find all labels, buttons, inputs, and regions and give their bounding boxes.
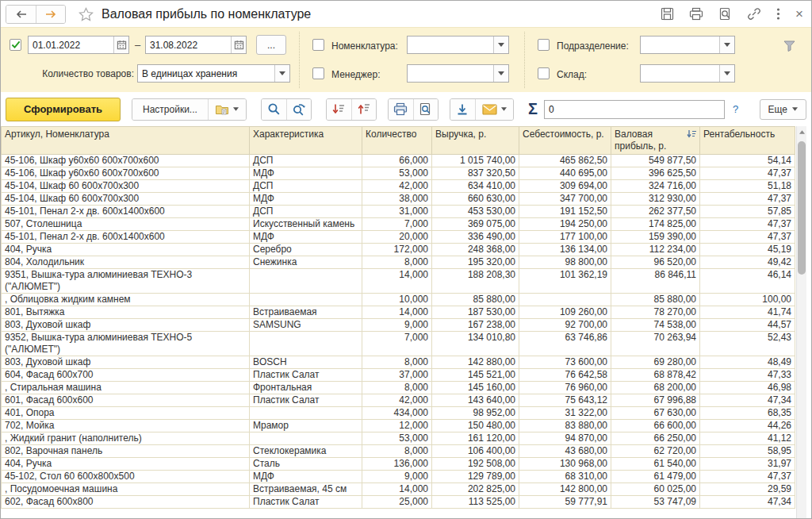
table-cell[interactable]: 96 520,00 [611,256,700,269]
warehouse-checkbox[interactable] [538,67,550,79]
table-cell[interactable]: Фронтальная [250,382,362,394]
print-preview-button[interactable] [413,99,438,120]
table-cell[interactable]: 804, Холодильник [2,256,250,269]
settings-button[interactable]: Настройки... [132,99,208,120]
link-icon[interactable] [747,7,761,21]
table-cell[interactable]: 192 508,00 [432,458,519,471]
quantity-select[interactable]: В единицах хранения [137,64,290,83]
table-cell[interactable]: 602, Фасад 600х800 [2,496,250,509]
table-cell[interactable]: МДФ [250,471,362,483]
table-cell[interactable]: 309 694,00 [519,180,611,193]
table-cell[interactable]: 129 789,00 [432,471,519,483]
table-cell[interactable]: 187 530,00 [432,306,519,319]
table-cell[interactable]: 9,000 [362,471,432,483]
table-cell[interactable]: 404, Ручка [2,244,250,256]
table-cell[interactable]: Пластик Салат [250,496,362,509]
table-cell[interactable]: 549 877,50 [611,155,700,167]
table-cell[interactable]: МДФ [250,167,362,180]
table-cell[interactable]: 68 878,42 [611,369,700,382]
table-cell[interactable]: 9352, Вышка-тура алюминиевая ТЕХНО-5 ("А… [2,332,250,356]
table-row[interactable]: 45-106, Шкаф у60х60 600х700х600МДФ53,000… [2,167,795,180]
table-cell[interactable]: 25,000 [362,496,432,509]
table-cell[interactable]: Встраиваемая [250,306,362,319]
table-cell[interactable]: 98 952,00 [432,407,519,420]
table-cell[interactable]: 85 880,00 [611,294,700,306]
table-cell[interactable]: 45,19 [700,244,795,256]
table-cell[interactable]: 68,35 [700,407,795,420]
period-from-input[interactable]: 01.01.2022 [28,36,129,54]
table-row[interactable]: 404, РучкаСталь136,000192 508,00130 968,… [2,458,795,471]
table-cell[interactable]: 191 152,50 [519,206,611,218]
table-cell[interactable]: 101 362,19 [519,269,611,294]
table-cell[interactable]: 53 747,09 [611,496,700,509]
table-cell[interactable] [250,294,362,306]
table-cell[interactable] [519,294,611,306]
table-cell[interactable] [250,432,362,445]
table-row[interactable]: 45-101, Пенал 2-х дв. 600х1400х600МДФ20,… [2,231,795,244]
table-cell[interactable] [250,332,362,356]
table-cell[interactable]: 47,37 [700,471,795,483]
table-cell[interactable]: 142 880,00 [432,356,519,369]
table-cell[interactable]: Пластик Салат [250,369,362,382]
table-cell[interactable] [250,407,362,420]
table-cell[interactable]: 53,000 [362,167,432,180]
expand-groups-button[interactable] [327,99,351,120]
period-more-button[interactable]: ... [256,35,286,55]
table-cell[interactable]: 45-101, Пенал 2-х дв. 600х1400х600 [2,231,250,244]
table-row[interactable]: 803, Духовой шкафBOSCH8,000142 880,0073 … [2,356,795,369]
table-cell[interactable]: Встраиваемая, 45 см [250,483,362,496]
table-cell[interactable]: 83 880,00 [519,420,611,432]
table-cell[interactable]: BOSCH [250,356,362,369]
table-cell[interactable]: 134 010,80 [432,332,519,356]
table-cell[interactable]: 49,42 [700,256,795,269]
calendar-icon[interactable] [231,37,246,53]
table-cell[interactable]: 130 968,00 [519,458,611,471]
table-cell[interactable]: 61 479,00 [611,471,700,483]
table-cell[interactable]: 803, Духовой шкаф [2,319,250,332]
table-cell[interactable]: 45-106, Шкаф у60х60 600х700х600 [2,167,250,180]
print-icon[interactable] [689,7,703,21]
table-cell[interactable]: 8,000 [362,382,432,394]
table-cell[interactable]: 440 695,00 [519,167,611,180]
manager-checkbox[interactable] [312,67,324,79]
column-header-characteristic[interactable]: Характеристика [250,127,362,155]
table-cell[interactable]: 47,34 [700,394,795,407]
table-cell[interactable]: 38,000 [362,193,432,206]
table-cell[interactable]: 194 250,00 [519,218,611,231]
table-cell[interactable]: 70 263,94 [611,332,700,356]
table-cell[interactable]: 58,95 [700,445,795,458]
table-cell[interactable]: 31,000 [362,206,432,218]
table-row[interactable]: 45-104, Шкаф 60 600х700х300ДСП42,000634 … [2,180,795,193]
menu-kebab-icon[interactable] [776,7,780,21]
send-mail-button[interactable] [475,99,513,120]
period-checkbox[interactable] [10,39,21,51]
table-cell[interactable]: 42,000 [362,394,432,407]
table-cell[interactable]: 14,000 [362,306,432,319]
table-cell[interactable]: 1 015 740,00 [432,155,519,167]
table-cell[interactable]: Сталь [250,458,362,471]
table-cell[interactable]: 174 825,00 [611,218,700,231]
table-cell[interactable]: 47,33 [700,369,795,382]
table-cell[interactable]: 29,59 [700,483,795,496]
table-cell[interactable]: 161 120,00 [432,432,519,445]
table-row[interactable]: 45-101, Пенал 2-х дв. 600х1400х600ДСП31,… [2,206,795,218]
table-cell[interactable]: 61 540,00 [611,458,700,471]
table-cell[interactable]: Искусственный камень [250,218,362,231]
warehouse-select[interactable] [640,64,735,83]
table-cell[interactable]: ДСП [250,180,362,193]
table-cell[interactable]: 8,000 [362,356,432,369]
table-row[interactable]: , Стиральная машинаФронтальная8,000145 1… [2,382,795,394]
chevron-down-icon[interactable] [274,65,289,82]
chevron-down-icon[interactable] [493,37,508,53]
table-cell[interactable]: 66,000 [362,155,432,167]
table-cell[interactable]: 150 480,00 [432,420,519,432]
table-row[interactable]: 602, Фасад 600х800Пластик Салат25,000113… [2,496,795,509]
table-cell[interactable]: 262 377,50 [611,206,700,218]
vertical-scrollbar[interactable] [796,126,806,518]
table-cell[interactable]: 48,49 [700,356,795,369]
report-variants-button[interactable] [208,99,246,120]
table-cell[interactable]: 801, Вытяжка [2,306,250,319]
table-cell[interactable] [250,269,362,294]
table-cell[interactable]: ДСП [250,206,362,218]
table-cell[interactable]: 51,18 [700,180,795,193]
